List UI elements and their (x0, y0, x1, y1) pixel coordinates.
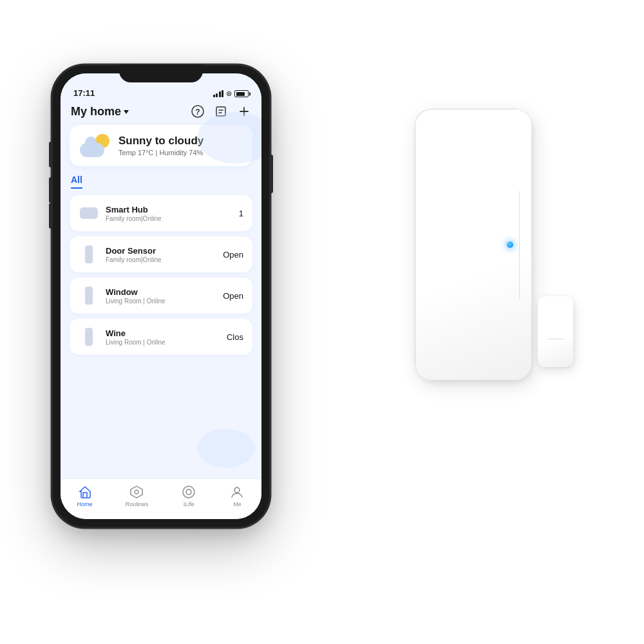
filter-tabs: All (61, 174, 261, 195)
weather-icon (80, 134, 111, 157)
header-actions: ? (191, 104, 251, 118)
device-card-smart-hub[interactable]: Smart Hub Family room|Online 1 (70, 195, 252, 231)
scene: 17:11 ⊛ My home (32, 32, 612, 612)
window-icon (79, 285, 99, 306)
smart-hub-icon (79, 203, 99, 223)
ilife-nav-icon (181, 484, 196, 500)
device-sub-window: Living Room | Online (106, 298, 216, 305)
home-nav-icon (77, 484, 93, 500)
device-status-window: Open (223, 291, 243, 301)
add-icon[interactable] (237, 104, 251, 118)
home-title: My home (71, 105, 121, 118)
sensor-small-body (538, 296, 573, 367)
signal-icon (213, 90, 224, 97)
nav-label-routines: Routines (126, 501, 149, 507)
cloud-shape (80, 143, 104, 157)
nav-label-ilife: iLife (184, 501, 194, 507)
home-title-row[interactable]: My home (71, 105, 129, 118)
tab-all[interactable]: All (71, 175, 82, 189)
device-info-window: Window Living Room | Online (106, 287, 216, 305)
device-status-smart-hub: 1 (239, 209, 243, 218)
status-time: 17:11 (73, 88, 95, 98)
device-sub-door-sensor: Family room|Online (106, 256, 216, 263)
weather-condition: Sunny to cloudy (118, 135, 204, 147)
sensor-shape-wine (85, 328, 93, 346)
device-status-door-sensor: Open (223, 250, 243, 260)
device-info-smart-hub: Smart Hub Family room|Online (106, 205, 232, 222)
nav-label-home: Home (77, 501, 93, 507)
nav-item-ilife[interactable]: iLife (181, 484, 196, 507)
door-sensor-hardware (415, 109, 573, 380)
device-info-wine: Wine Living Room | Online (106, 328, 220, 346)
svg-point-4 (135, 490, 138, 494)
svg-point-5 (183, 486, 194, 498)
hub-shape (80, 207, 98, 219)
status-icons: ⊛ (213, 90, 249, 98)
chevron-down-icon (124, 110, 129, 114)
nav-item-home[interactable]: Home (77, 484, 93, 507)
sensor-shape-window (85, 287, 93, 305)
device-card-door-sensor[interactable]: Door Sensor Family room|Online Open (70, 236, 252, 272)
bottom-nav: Home Routines (61, 478, 261, 519)
weather-card: Sunny to cloudy Temp 17°C | Humidity 74% (70, 125, 252, 166)
weather-details: Temp 17°C | Humidity 74% (118, 149, 204, 156)
device-name-wine: Wine (106, 328, 220, 338)
routines-nav-icon (129, 484, 144, 500)
nav-label-me: Me (233, 501, 242, 507)
device-name-window: Window (106, 287, 216, 297)
wifi-icon: ⊛ (226, 90, 232, 98)
door-sensor-icon (79, 244, 99, 265)
device-info-door-sensor: Door Sensor Family room|Online (106, 246, 216, 263)
me-nav-icon (229, 484, 245, 500)
battery-fill (236, 92, 245, 96)
phone-screen: 17:11 ⊛ My home (61, 73, 261, 519)
sensor-shape-door (85, 245, 93, 263)
device-sub-wine: Living Room | Online (106, 339, 220, 346)
svg-text:?: ? (195, 108, 200, 117)
device-card-window[interactable]: Window Living Room | Online Open (70, 278, 252, 314)
svg-point-7 (234, 488, 240, 493)
svg-marker-3 (131, 486, 142, 498)
sensor-seam (519, 191, 520, 299)
device-list: Smart Hub Family room|Online 1 Door Sens… (61, 195, 261, 478)
sensor-main-body (415, 109, 531, 380)
phone-device: 17:11 ⊛ My home (52, 64, 270, 528)
led-indicator (507, 242, 513, 248)
device-card-wine[interactable]: Wine Living Room | Online Clos (70, 319, 252, 355)
phone-notch (119, 64, 203, 82)
app-header: My home ? (61, 102, 261, 125)
nav-item-me[interactable]: Me (229, 484, 245, 507)
battery-icon (234, 90, 249, 97)
device-sub-smart-hub: Family room|Online (106, 215, 232, 222)
svg-point-6 (186, 489, 191, 495)
device-status-wine: Clos (227, 332, 243, 342)
wine-icon (79, 327, 99, 347)
svg-rect-2 (216, 107, 225, 116)
weather-info: Sunny to cloudy Temp 17°C | Humidity 74% (118, 135, 204, 156)
help-icon[interactable]: ? (191, 104, 205, 118)
nav-item-routines[interactable]: Routines (126, 484, 149, 507)
device-name-door-sensor: Door Sensor (106, 246, 216, 256)
edit-icon[interactable] (214, 104, 228, 118)
device-name-smart-hub: Smart Hub (106, 205, 232, 214)
